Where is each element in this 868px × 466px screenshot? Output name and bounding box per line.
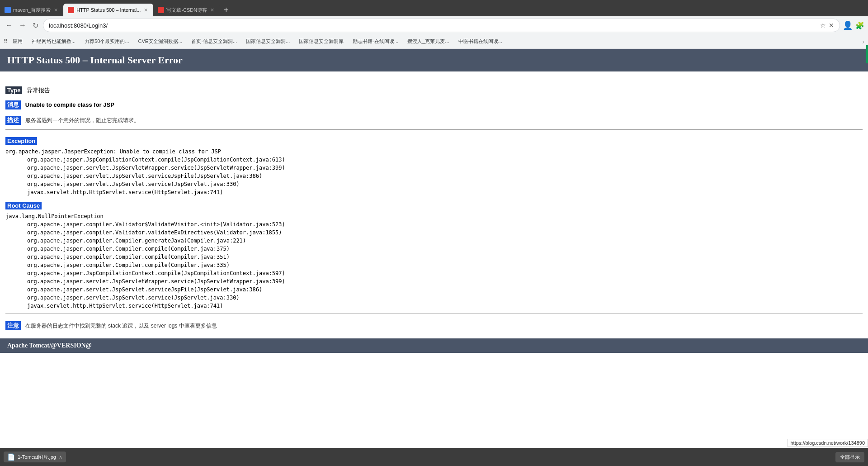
root-cause-line-8: org.apache.jasper.servlet.JspServletWrap… xyxy=(5,277,863,285)
bookmark-label-1: 神经网络也能解数... xyxy=(32,38,75,45)
root-cause-label: Root Cause xyxy=(5,202,42,209)
star-icon[interactable]: ☆ xyxy=(820,22,826,29)
divider-1 xyxy=(5,129,863,130)
tab-icon-csdn xyxy=(158,7,164,13)
description-label: 描述 xyxy=(5,116,21,125)
root-cause-line-1: org.apache.jasper.compiler.Validator$Val… xyxy=(5,220,863,228)
tab-icon-maven xyxy=(5,7,11,13)
bookmark-5[interactable]: 国家信息安全漏洞... xyxy=(242,37,293,46)
bookmark-label-3: CVE安全漏洞数据... xyxy=(138,38,183,45)
new-tab-button[interactable]: + xyxy=(220,4,232,16)
bookmark-9[interactable]: 中医书籍在线阅读... xyxy=(455,37,506,46)
bookmark-7[interactable]: 励志书籍-在线阅读... xyxy=(349,37,402,46)
tab-close-http[interactable]: ✕ xyxy=(143,7,149,13)
address-bar: ← → ↻ localhost:8080/Login3/ ☆ ✕ 👤 🧩 xyxy=(0,16,868,34)
bookmark-label-apps: 应用 xyxy=(13,38,23,45)
exception-line-1: org.apache.jasper.JspCompilationContext.… xyxy=(5,156,863,164)
bookmark-2[interactable]: 力荐50个最实用的... xyxy=(81,37,132,46)
tab-csdn[interactable]: 写文章-CSDN博客 ✕ xyxy=(153,4,220,16)
bookmark-8[interactable]: 摆渡人_克莱儿麦... xyxy=(404,37,453,46)
bookmark-4[interactable]: 首页-信息安全漏洞... xyxy=(188,37,241,46)
url-actions: ☆ ✕ xyxy=(820,22,834,29)
note-section: 注意 在服务器的日志文件中找到完整的 stack 追踪，以及 server lo… xyxy=(5,318,863,331)
exception-line-0: org.apache.jasper.JasperException: Unabl… xyxy=(5,147,863,156)
bookmark-label-2: 力荐50个最实用的... xyxy=(85,38,129,45)
root-cause-line-2: org.apache.jasper.compiler.Validator.val… xyxy=(5,228,863,237)
divider-2 xyxy=(5,314,863,314)
note-text: 在服务器的日志文件中找到完整的 stack 追踪，以及 server logs … xyxy=(25,323,217,329)
bookmark-1[interactable]: 神经网络也能解数... xyxy=(28,37,79,46)
bookmark-label-5: 国家信息安全漏洞... xyxy=(246,38,290,45)
tab-bar: maven_百度搜索 ✕ HTTP Status 500 – Internal.… xyxy=(0,0,868,16)
root-cause-line-9: org.apache.jasper.servlet.JspServlet.ser… xyxy=(5,285,863,294)
type-value: 异常报告 xyxy=(27,87,50,94)
forward-button[interactable]: → xyxy=(17,19,28,31)
url-box[interactable]: localhost:8080/Login3/ ☆ ✕ xyxy=(43,19,840,32)
root-cause-line-3: org.apache.jasper.compiler.Compiler.gene… xyxy=(5,237,863,245)
exception-stack: org.apache.jasper.JasperException: Unabl… xyxy=(5,147,863,196)
exception-line-5: javax.servlet.http.HttpServlet.service(H… xyxy=(5,188,863,196)
error-body: Type 异常报告 消息 Unable to compile class for… xyxy=(0,71,868,335)
type-section: Type 异常报告 xyxy=(5,83,863,95)
tab-icon-http xyxy=(68,7,74,13)
back-button[interactable]: ← xyxy=(4,19,14,31)
root-cause-line-6: org.apache.jasper.compiler.Compiler.comp… xyxy=(5,261,863,269)
root-cause-line-4: org.apache.jasper.compiler.Compiler.comp… xyxy=(5,245,863,253)
root-cause-section: Root Cause java.lang.NullPointerExceptio… xyxy=(5,198,863,310)
extension-icon[interactable]: 🧩 xyxy=(855,21,864,30)
bookmark-label-8: 摆渡人_克莱儿麦... xyxy=(407,38,449,45)
refresh-button[interactable]: ↻ xyxy=(31,19,40,32)
error-header: HTTP Status 500 – Internal Server Error xyxy=(0,49,868,71)
tab-close-maven[interactable]: ✕ xyxy=(53,7,59,13)
tab-label-http: HTTP Status 500 – Internal... xyxy=(76,7,141,13)
footer-bar: Apache Tomcat/@VERSION@ xyxy=(0,338,868,353)
root-cause-line-11: javax.servlet.http.HttpServlet.service(H… xyxy=(5,302,863,310)
bookmark-label-6: 国家信息安全漏洞库 xyxy=(299,38,344,45)
scroll-indicator xyxy=(866,45,868,63)
message-label: 消息 xyxy=(5,100,21,109)
divider-top xyxy=(5,79,863,79)
browser-chrome: maven_百度搜索 ✕ HTTP Status 500 – Internal.… xyxy=(0,0,868,49)
bookmark-3[interactable]: CVE安全漏洞数据... xyxy=(135,37,186,46)
tab-maven[interactable]: maven_百度搜索 ✕ xyxy=(0,4,63,16)
root-cause-line-7: org.apache.jasper.JspCompilationContext.… xyxy=(5,269,863,277)
bookmark-label-4: 首页-信息安全漏洞... xyxy=(191,38,237,45)
page-content: HTTP Status 500 – Internal Server Error … xyxy=(0,49,868,353)
tab-close-csdn[interactable]: ✕ xyxy=(209,7,215,13)
close-icon[interactable]: ✕ xyxy=(829,22,834,29)
bookmarks-bar: ⠿ 应用 神经网络也能解数... 力荐50个最实用的... CVE安全漏洞数据.… xyxy=(0,34,868,49)
root-cause-line-0: java.lang.NullPointerException xyxy=(5,212,863,220)
root-cause-line-5: org.apache.jasper.compiler.Compiler.comp… xyxy=(5,253,863,261)
message-value: Unable to compile class for JSP xyxy=(25,101,114,108)
message-section: 消息 Unable to compile class for JSP xyxy=(5,97,863,110)
tab-label-csdn: 写文章-CSDN博客 xyxy=(166,7,207,14)
description-value: 服务器遇到一个意外的情况，阻止它完成请求。 xyxy=(25,117,139,124)
page-title: HTTP Status 500 – Internal Server Error xyxy=(7,54,861,66)
tab-label-maven: maven_百度搜索 xyxy=(13,7,51,14)
exception-label: Exception xyxy=(5,137,37,145)
exception-line-3: org.apache.jasper.servlet.JspServlet.ser… xyxy=(5,172,863,180)
bookmarks-more-icon[interactable]: › xyxy=(862,38,864,45)
note-label: 注意 xyxy=(5,321,21,330)
bookmark-label-9: 中医书籍在线阅读... xyxy=(458,38,502,45)
url-text: localhost:8080/Login3/ xyxy=(49,22,817,29)
footer-label: Apache Tomcat/@VERSION@ xyxy=(7,342,92,349)
bookmark-6[interactable]: 国家信息安全漏洞库 xyxy=(295,37,347,46)
root-cause-stack: java.lang.NullPointerException org.apach… xyxy=(5,212,863,310)
bookmark-label-7: 励志书籍-在线阅读... xyxy=(353,38,398,45)
description-section: 描述 服务器遇到一个意外的情况，阻止它完成请求。 xyxy=(5,112,863,126)
exception-line-4: org.apache.jasper.servlet.JspServlet.ser… xyxy=(5,180,863,188)
profile-icon[interactable]: 👤 xyxy=(843,20,853,30)
type-label: Type xyxy=(5,86,22,94)
bookmark-apps[interactable]: 应用 xyxy=(9,37,26,46)
tab-http-status[interactable]: HTTP Status 500 – Internal... ✕ xyxy=(63,4,153,16)
exception-line-2: org.apache.jasper.servlet.JspServletWrap… xyxy=(5,164,863,172)
exception-section: Exception org.apache.jasper.JasperExcept… xyxy=(5,133,863,196)
root-cause-line-10: org.apache.jasper.servlet.JspServlet.ser… xyxy=(5,294,863,302)
apps-icon: ⠿ xyxy=(4,38,7,44)
